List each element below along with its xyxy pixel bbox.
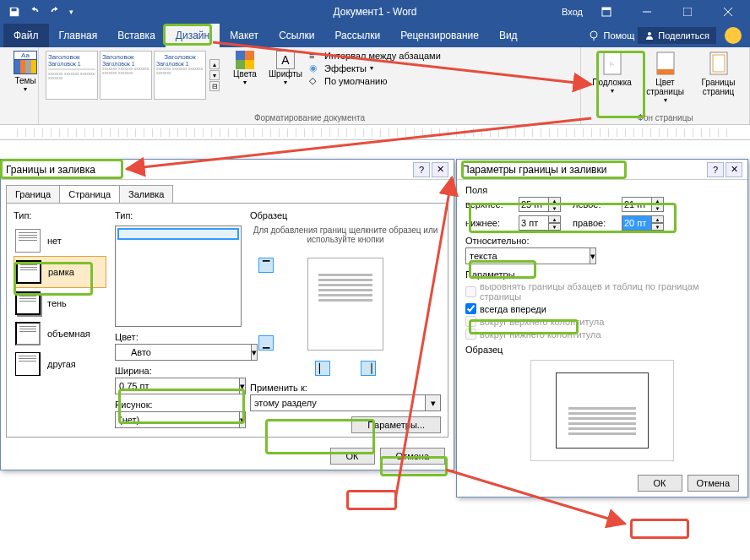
dialog-title: Границы и заливка xyxy=(6,164,95,176)
page-color-button[interactable]: Цвет страницы▾ xyxy=(641,51,689,104)
preview-hint: Для добавления границ щелкните образец и… xyxy=(250,226,441,244)
undo-icon[interactable] xyxy=(29,6,41,18)
border-shading-options-dialog: Параметры границы и заливки ? ✕ Поля вер… xyxy=(456,159,748,497)
setting-shadow[interactable]: тень xyxy=(14,288,106,318)
setting-custom[interactable]: другая xyxy=(14,349,106,379)
document-formatting-gallery[interactable]: ЗаголовокЗаголовок 1xxxxxxx xxxxxxx xxxx… xyxy=(46,51,221,100)
tab-layout[interactable]: Макет xyxy=(220,24,269,47)
relative-to-combo[interactable]: ▾ xyxy=(465,247,558,264)
color-label: Цвет: xyxy=(115,332,242,342)
edge-bottom-button[interactable]: ▁ xyxy=(258,335,274,351)
art-value[interactable] xyxy=(115,411,240,428)
gallery-scroll[interactable]: ▴ ▾ ⊟ xyxy=(208,51,221,100)
fonts-button[interactable]: A Шрифты▾ xyxy=(267,51,304,100)
login-link[interactable]: Вход xyxy=(562,7,583,17)
group-label-background: Фон страницы xyxy=(588,111,742,122)
margin-right-label: правое: xyxy=(573,218,615,228)
tab-view[interactable]: Вид xyxy=(489,24,528,47)
dropdown-icon[interactable]: ▾ xyxy=(240,411,246,428)
color-combo[interactable]: ▾ xyxy=(115,344,242,361)
tab-shading[interactable]: Заливка xyxy=(119,185,173,203)
close-button[interactable] xyxy=(711,1,745,23)
tab-border[interactable]: Граница xyxy=(6,185,60,203)
tell-me[interactable]: Помощ xyxy=(588,30,634,41)
page-borders-icon xyxy=(707,51,731,78)
tab-design[interactable]: Дизайн xyxy=(166,24,220,47)
width-label: Ширина: xyxy=(115,366,242,376)
close-button[interactable]: ✕ xyxy=(726,162,742,177)
minimize-button[interactable] xyxy=(630,1,664,23)
close-button[interactable]: ✕ xyxy=(432,162,448,177)
svg-rect-3 xyxy=(683,8,692,16)
ribbon-display-options[interactable] xyxy=(590,1,623,23)
tab-references[interactable]: Ссылки xyxy=(269,24,324,47)
edge-left-button[interactable]: ▏ xyxy=(315,361,330,376)
preview-label: Образец xyxy=(465,345,739,355)
options-button[interactable]: Параметры... xyxy=(351,416,441,433)
edge-top-button[interactable]: ▔ xyxy=(258,258,274,273)
dropdown-icon[interactable]: ▾ xyxy=(590,247,596,264)
horizontal-ruler[interactable] xyxy=(0,125,750,140)
set-default-button[interactable]: ◇По умолчанию xyxy=(309,75,441,86)
apply-to-value[interactable] xyxy=(250,394,426,411)
paragraph-spacing-button[interactable]: ≡Интервал между абзацами xyxy=(309,51,441,61)
dropdown-icon[interactable]: ▾ xyxy=(426,394,441,411)
checkbox-align-borders: выровнять границы абзацев и таблиц по гр… xyxy=(465,281,739,302)
relative-to-value[interactable] xyxy=(465,247,590,264)
effects-button[interactable]: ◉Эффекты ▾ xyxy=(309,63,441,73)
preview-page[interactable] xyxy=(307,258,383,351)
cancel-button[interactable]: Отмена xyxy=(380,448,445,465)
tab-mailings[interactable]: Рассылки xyxy=(324,24,390,47)
style-listbox[interactable] xyxy=(115,226,242,327)
annotation-highlight xyxy=(346,490,397,510)
qat-dropdown-icon[interactable]: ▾ xyxy=(69,8,73,16)
maximize-button[interactable] xyxy=(671,1,704,23)
redo-icon[interactable] xyxy=(49,6,61,18)
apply-to-label: Применить к: xyxy=(250,383,441,393)
checkbox-always-front[interactable]: всегда впереди xyxy=(465,303,739,314)
window-title: Документ1 - Word xyxy=(333,6,416,18)
svg-rect-12 xyxy=(657,69,674,74)
help-button[interactable]: ? xyxy=(707,162,724,177)
tab-page[interactable]: Страница xyxy=(59,185,120,203)
colors-button[interactable]: Цвета▾ xyxy=(226,51,264,100)
help-button[interactable]: ? xyxy=(413,162,430,177)
margin-left-input[interactable]: ▲▼ xyxy=(622,197,669,212)
setting-box[interactable]: рамка xyxy=(14,256,106,288)
margin-right-input[interactable]: ▲▼ xyxy=(622,215,669,231)
tab-file[interactable]: Файл xyxy=(3,24,49,47)
width-combo[interactable]: ▾ xyxy=(115,378,242,394)
dialog-title: Параметры границы и заливки xyxy=(462,164,606,176)
doc-style-item[interactable]: ЗаголовокЗаголовок 1xxxxxxx xxxxxxx xxxx… xyxy=(154,51,206,100)
doc-style-item[interactable]: ЗаголовокЗаголовок 1xxxxxxx xxxxxxx xxxx… xyxy=(46,51,98,100)
svg-point-8 xyxy=(648,32,651,35)
checkbox-around-header: вокруг верхнего колонтитула xyxy=(465,316,739,327)
feedback-smiley-icon[interactable] xyxy=(725,27,742,44)
tab-review[interactable]: Рецензирование xyxy=(390,24,489,47)
apply-to-combo[interactable]: ▾ xyxy=(250,394,441,411)
titlebar: ▾ Документ1 - Word Вход xyxy=(0,0,750,24)
edge-right-button[interactable]: ▕ xyxy=(361,361,376,376)
watermark-button[interactable]: A Подложка▾ xyxy=(588,51,636,104)
page-color-icon xyxy=(654,51,677,78)
ok-button[interactable]: ОК xyxy=(330,448,375,465)
ok-button[interactable]: ОК xyxy=(638,475,682,492)
margin-top-input[interactable]: ▲▼ xyxy=(519,197,566,212)
page-borders-button[interactable]: Границы страниц xyxy=(694,51,742,104)
color-value[interactable] xyxy=(115,344,252,361)
doc-style-item[interactable]: ЗаголовокЗаголовок 1xxxxxxx xxxxxxx xxxx… xyxy=(100,51,152,100)
ribbon-tabs: Файл Главная Вставка Дизайн Макет Ссылки… xyxy=(0,24,750,47)
margin-bottom-input[interactable]: ▲▼ xyxy=(519,215,566,231)
tab-home[interactable]: Главная xyxy=(49,24,108,47)
margins-label: Поля xyxy=(465,185,739,195)
cancel-button[interactable]: Отмена xyxy=(688,475,739,492)
save-icon[interactable] xyxy=(8,6,20,18)
setting-none[interactable]: нет xyxy=(14,226,106,256)
art-combo[interactable]: ▾ xyxy=(115,411,242,428)
share-button[interactable]: Поделиться xyxy=(638,27,716,44)
tab-insert[interactable]: Вставка xyxy=(107,24,166,47)
setting-3d[interactable]: объемная xyxy=(14,318,106,349)
dropdown-icon[interactable]: ▾ xyxy=(240,378,246,394)
spacing-label: Интервал между абзацами xyxy=(324,51,441,61)
width-value[interactable] xyxy=(115,378,240,394)
